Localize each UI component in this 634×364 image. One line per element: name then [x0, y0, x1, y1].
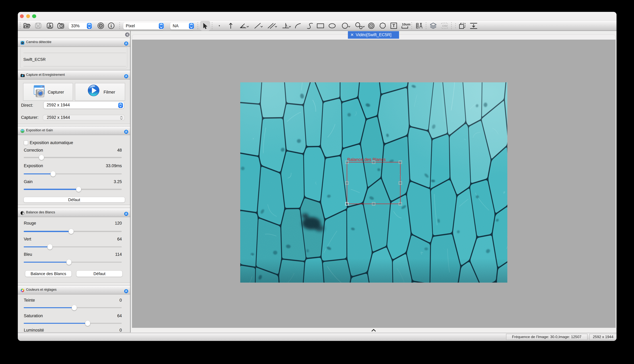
svg-text:T: T — [392, 23, 395, 28]
svg-text:10um: 10um — [402, 22, 410, 26]
svg-text:Balance des Blancs: Balance des Blancs — [347, 157, 386, 162]
svg-text:CSV: CSV — [442, 24, 448, 28]
